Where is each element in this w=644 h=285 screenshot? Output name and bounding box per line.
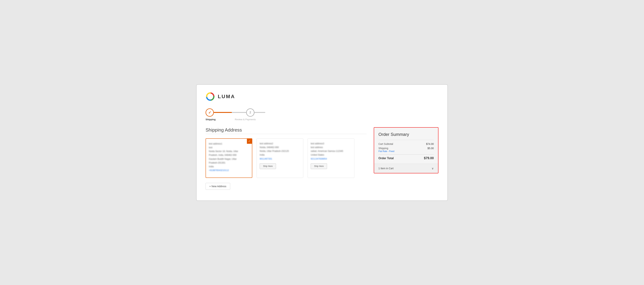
step2-label: Review & Payments bbox=[232, 118, 259, 121]
label-spacer bbox=[214, 118, 232, 121]
address-card-1[interactable]: ✓ test address1 test Noida Sector 18, No… bbox=[206, 138, 252, 178]
section-title: Shipping Address bbox=[206, 127, 366, 133]
progress-line-right bbox=[254, 112, 265, 113]
new-address-button[interactable]: + New Address bbox=[206, 183, 230, 190]
addr1-line7: India bbox=[209, 165, 249, 169]
progress-track: ✓ 2 bbox=[206, 108, 267, 117]
addr3-line4: United States bbox=[311, 153, 351, 157]
addr1-line2: test bbox=[209, 146, 249, 150]
address3-text: test address3 test address saliad, Ameri… bbox=[311, 142, 351, 157]
addr1-line1: test address1 bbox=[209, 142, 249, 146]
main-content: Shipping Address ✓ test address1 test No… bbox=[206, 127, 438, 190]
progress-line-completed bbox=[214, 112, 232, 113]
header: LUMA bbox=[206, 92, 438, 101]
luma-logo-icon bbox=[206, 92, 215, 101]
check-icon: ✓ bbox=[208, 110, 211, 115]
progress-area: ✓ 2 Shipping Review & Payments bbox=[206, 108, 438, 121]
logo-text: LUMA bbox=[218, 94, 235, 99]
addr1-phone: +919876543210112 bbox=[209, 169, 249, 172]
svg-point-1 bbox=[208, 95, 212, 98]
addr1-line6: Pradesh-201301 bbox=[209, 161, 249, 165]
order-summary: Order Summary Cart Subtotal $74.00 Shipp… bbox=[374, 127, 438, 173]
order-total-row: Order Total $79.00 bbox=[378, 156, 434, 160]
address1-text: test address1 test Noida Sector 18, Noid… bbox=[209, 142, 249, 169]
step2-circle: 2 bbox=[246, 108, 254, 117]
addr2-line4: India bbox=[260, 153, 300, 157]
address2-text: test address2 Noida, 048462-000 Noida, U… bbox=[260, 142, 300, 157]
left-content: Shipping Address ✓ test address1 test No… bbox=[206, 127, 366, 190]
addr3-line1: test address3 bbox=[311, 142, 351, 146]
order-total-value: $79.00 bbox=[424, 156, 434, 160]
addr1-line5: Gautam Buddh Nagar, Uttar bbox=[209, 157, 249, 161]
cart-items-label: 1 Item in Cart bbox=[378, 167, 394, 170]
cart-subtotal-value: $74.00 bbox=[426, 142, 434, 145]
shipping-label: Shipping bbox=[378, 147, 388, 150]
addr1-line3: Noida Sector 18, Noida, Uttar bbox=[209, 150, 249, 153]
order-summary-inner: Order Summary Cart Subtotal $74.00 Shipp… bbox=[374, 128, 438, 160]
order-total-label: Order Total bbox=[378, 157, 394, 160]
section-divider bbox=[206, 134, 366, 134]
step1-circle: ✓ bbox=[206, 108, 214, 117]
order-summary-title: Order Summary bbox=[378, 132, 434, 137]
addr1-line4: Pradesh, India, 048462-000 bbox=[209, 153, 249, 157]
progress-labels: Shipping Review & Payments bbox=[206, 118, 267, 121]
chevron-down-icon: ∨ bbox=[432, 167, 434, 170]
addr2-phone: 9011467331 bbox=[260, 157, 300, 161]
addr3-phone: 9211347838854 bbox=[311, 157, 351, 161]
ship-here-btn-2[interactable]: Ship Here bbox=[260, 163, 276, 169]
cart-subtotal-label: Cart Subtotal bbox=[378, 142, 393, 145]
shipping-value: $5.00 bbox=[428, 147, 434, 150]
shipping-sub-label: Flat Rate - Fixed bbox=[378, 150, 434, 153]
addr3-line3: saliad, American Samoa-112345 bbox=[311, 149, 351, 153]
address-card-3[interactable]: test address3 test address saliad, Ameri… bbox=[308, 138, 354, 178]
addr3-line2: test address bbox=[311, 146, 351, 149]
shipping-row: Shipping $5.00 bbox=[378, 147, 434, 150]
addr2-line1: test address2 bbox=[260, 142, 300, 146]
progress-line-pending bbox=[232, 112, 246, 113]
page-container: LUMA ✓ 2 Shipping Review & Payments Ship… bbox=[196, 84, 448, 201]
step1-label: Shipping bbox=[206, 118, 214, 121]
address-card-2[interactable]: test address2 Noida, 048462-000 Noida, U… bbox=[256, 138, 303, 178]
cart-subtotal-row: Cart Subtotal $74.00 bbox=[378, 142, 434, 145]
summary-divider-2 bbox=[378, 154, 434, 155]
cart-items-row[interactable]: 1 Item in Cart ∨ bbox=[374, 164, 438, 173]
ship-here-btn-3[interactable]: Ship Here bbox=[311, 163, 327, 169]
address-cards-row: ✓ test address1 test Noida Sector 18, No… bbox=[206, 138, 366, 178]
addr2-line3: Noida, Uttar Pradesh-232125 bbox=[260, 149, 300, 153]
addr2-line2: Noida, 048462-000 bbox=[260, 146, 300, 149]
